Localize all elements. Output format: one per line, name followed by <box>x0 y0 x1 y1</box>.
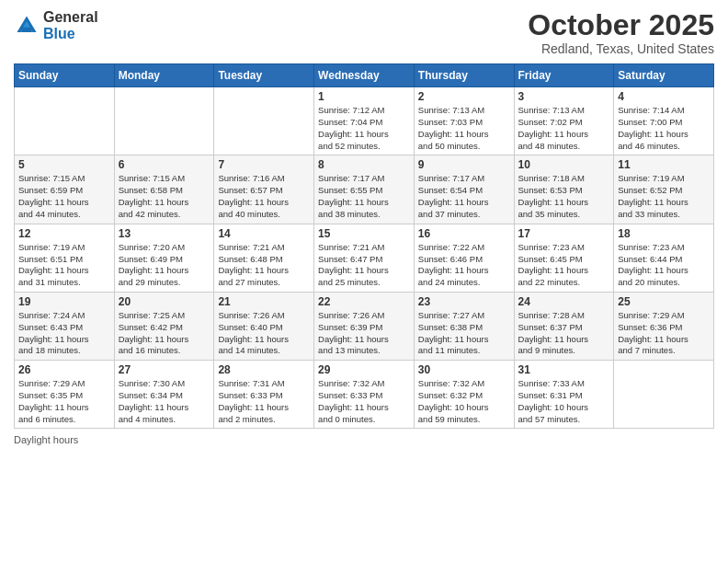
calendar-cell: 3Sunrise: 7:13 AM Sunset: 7:02 PM Daylig… <box>514 87 614 155</box>
day-info: Sunrise: 7:29 AM Sunset: 6:35 PM Dayligh… <box>18 378 110 425</box>
day-info: Sunrise: 7:13 AM Sunset: 7:03 PM Dayligh… <box>418 105 510 152</box>
calendar-cell: 17Sunrise: 7:23 AM Sunset: 6:45 PM Dayli… <box>514 224 614 292</box>
day-info: Sunrise: 7:28 AM Sunset: 6:37 PM Dayligh… <box>518 310 610 357</box>
calendar-cell: 19Sunrise: 7:24 AM Sunset: 6:43 PM Dayli… <box>15 292 115 360</box>
calendar-header-saturday: Saturday <box>614 64 714 87</box>
day-info: Sunrise: 7:25 AM Sunset: 6:42 PM Dayligh… <box>119 310 210 357</box>
day-info: Sunrise: 7:13 AM Sunset: 7:02 PM Dayligh… <box>518 105 610 152</box>
day-number: 16 <box>418 227 510 240</box>
day-info: Sunrise: 7:17 AM Sunset: 6:55 PM Dayligh… <box>318 173 410 220</box>
calendar-cell: 15Sunrise: 7:21 AM Sunset: 6:47 PM Dayli… <box>314 224 415 292</box>
calendar-cell: 5Sunrise: 7:15 AM Sunset: 6:59 PM Daylig… <box>15 155 115 224</box>
calendar-cell: 24Sunrise: 7:28 AM Sunset: 6:37 PM Dayli… <box>514 292 614 360</box>
day-number: 18 <box>618 227 710 240</box>
day-info: Sunrise: 7:18 AM Sunset: 6:53 PM Dayligh… <box>518 173 610 220</box>
calendar-cell: 22Sunrise: 7:26 AM Sunset: 6:39 PM Dayli… <box>314 292 415 360</box>
logo: General Blue <box>14 9 98 41</box>
calendar-table: SundayMondayTuesdayWednesdayThursdayFrid… <box>14 63 714 429</box>
logo-icon <box>14 13 40 39</box>
day-number: 31 <box>518 363 610 376</box>
calendar-header-wednesday: Wednesday <box>314 64 415 87</box>
calendar-cell: 11Sunrise: 7:19 AM Sunset: 6:52 PM Dayli… <box>614 155 714 224</box>
day-info: Sunrise: 7:20 AM Sunset: 6:49 PM Dayligh… <box>119 242 210 289</box>
calendar-cell: 14Sunrise: 7:21 AM Sunset: 6:48 PM Dayli… <box>214 224 314 292</box>
calendar-cell: 6Sunrise: 7:15 AM Sunset: 6:58 PM Daylig… <box>114 155 214 224</box>
day-info: Sunrise: 7:26 AM Sunset: 6:40 PM Dayligh… <box>218 310 310 357</box>
day-info: Sunrise: 7:17 AM Sunset: 6:54 PM Dayligh… <box>418 173 510 220</box>
day-number: 21 <box>218 295 310 308</box>
day-info: Sunrise: 7:16 AM Sunset: 6:57 PM Dayligh… <box>218 173 310 220</box>
day-info: Sunrise: 7:26 AM Sunset: 6:39 PM Dayligh… <box>318 310 410 357</box>
day-number: 5 <box>18 158 110 171</box>
day-info: Sunrise: 7:23 AM Sunset: 6:45 PM Dayligh… <box>518 242 610 289</box>
day-number: 12 <box>18 227 110 240</box>
calendar-cell: 28Sunrise: 7:31 AM Sunset: 6:33 PM Dayli… <box>214 361 314 429</box>
day-number: 25 <box>618 295 710 308</box>
day-info: Sunrise: 7:32 AM Sunset: 6:32 PM Dayligh… <box>418 378 510 425</box>
calendar-cell: 25Sunrise: 7:29 AM Sunset: 6:36 PM Dayli… <box>614 292 714 360</box>
day-info: Sunrise: 7:21 AM Sunset: 6:48 PM Dayligh… <box>218 242 310 289</box>
day-info: Sunrise: 7:19 AM Sunset: 6:52 PM Dayligh… <box>618 173 710 220</box>
day-number: 7 <box>218 158 310 171</box>
calendar-cell: 29Sunrise: 7:32 AM Sunset: 6:33 PM Dayli… <box>314 361 415 429</box>
logo-general-text: General <box>43 9 98 26</box>
day-number: 23 <box>418 295 510 308</box>
calendar-cell: 26Sunrise: 7:29 AM Sunset: 6:35 PM Dayli… <box>15 361 115 429</box>
day-info: Sunrise: 7:19 AM Sunset: 6:51 PM Dayligh… <box>18 242 110 289</box>
calendar-header-tuesday: Tuesday <box>214 64 314 87</box>
calendar-cell: 7Sunrise: 7:16 AM Sunset: 6:57 PM Daylig… <box>214 155 314 224</box>
day-number: 26 <box>18 363 110 376</box>
calendar-cell: 18Sunrise: 7:23 AM Sunset: 6:44 PM Dayli… <box>614 224 714 292</box>
calendar-cell: 12Sunrise: 7:19 AM Sunset: 6:51 PM Dayli… <box>15 224 115 292</box>
day-info: Sunrise: 7:15 AM Sunset: 6:59 PM Dayligh… <box>18 173 110 220</box>
calendar-header-monday: Monday <box>114 64 214 87</box>
calendar-cell: 16Sunrise: 7:22 AM Sunset: 6:46 PM Dayli… <box>414 224 514 292</box>
calendar-cell: 21Sunrise: 7:26 AM Sunset: 6:40 PM Dayli… <box>214 292 314 360</box>
header: General Blue October 2025 Redland, Texas… <box>14 9 714 56</box>
day-number: 4 <box>618 90 710 103</box>
page: General Blue October 2025 Redland, Texas… <box>0 0 728 563</box>
calendar-cell: 10Sunrise: 7:18 AM Sunset: 6:53 PM Dayli… <box>514 155 614 224</box>
calendar-cell: 1Sunrise: 7:12 AM Sunset: 7:04 PM Daylig… <box>314 87 415 155</box>
calendar-cell: 8Sunrise: 7:17 AM Sunset: 6:55 PM Daylig… <box>314 155 415 224</box>
calendar-cell <box>114 87 214 155</box>
calendar-cell: 20Sunrise: 7:25 AM Sunset: 6:42 PM Dayli… <box>114 292 214 360</box>
calendar-header-friday: Friday <box>514 64 614 87</box>
svg-rect-2 <box>22 27 32 31</box>
day-number: 19 <box>18 295 110 308</box>
calendar-cell: 9Sunrise: 7:17 AM Sunset: 6:54 PM Daylig… <box>414 155 514 224</box>
footer: Daylight hours <box>14 434 714 445</box>
calendar-cell: 31Sunrise: 7:33 AM Sunset: 6:31 PM Dayli… <box>514 361 614 429</box>
calendar-header-row: SundayMondayTuesdayWednesdayThursdayFrid… <box>15 64 714 87</box>
day-number: 15 <box>318 227 410 240</box>
day-info: Sunrise: 7:27 AM Sunset: 6:38 PM Dayligh… <box>418 310 510 357</box>
day-info: Sunrise: 7:30 AM Sunset: 6:34 PM Dayligh… <box>119 378 210 425</box>
logo-blue-text: Blue <box>43 26 98 42</box>
day-info: Sunrise: 7:31 AM Sunset: 6:33 PM Dayligh… <box>218 378 310 425</box>
day-info: Sunrise: 7:24 AM Sunset: 6:43 PM Dayligh… <box>18 310 110 357</box>
day-number: 27 <box>119 363 210 376</box>
day-number: 30 <box>418 363 510 376</box>
day-number: 13 <box>119 227 210 240</box>
day-info: Sunrise: 7:22 AM Sunset: 6:46 PM Dayligh… <box>418 242 510 289</box>
calendar-header-thursday: Thursday <box>414 64 514 87</box>
day-info: Sunrise: 7:33 AM Sunset: 6:31 PM Dayligh… <box>518 378 610 425</box>
calendar-cell: 13Sunrise: 7:20 AM Sunset: 6:49 PM Dayli… <box>114 224 214 292</box>
day-info: Sunrise: 7:12 AM Sunset: 7:04 PM Dayligh… <box>318 105 410 152</box>
day-number: 14 <box>218 227 310 240</box>
logo-text: General Blue <box>43 9 98 41</box>
day-number: 22 <box>318 295 410 308</box>
location: Redland, Texas, United States <box>528 41 714 56</box>
calendar-week-row: 19Sunrise: 7:24 AM Sunset: 6:43 PM Dayli… <box>15 292 714 360</box>
day-number: 10 <box>518 158 610 171</box>
calendar-cell: 30Sunrise: 7:32 AM Sunset: 6:32 PM Dayli… <box>414 361 514 429</box>
daylight-label: Daylight hours <box>14 434 78 445</box>
day-number: 8 <box>318 158 410 171</box>
day-info: Sunrise: 7:29 AM Sunset: 6:36 PM Dayligh… <box>618 310 710 357</box>
day-number: 6 <box>119 158 210 171</box>
title-block: October 2025 Redland, Texas, United Stat… <box>528 9 714 56</box>
day-number: 24 <box>518 295 610 308</box>
day-info: Sunrise: 7:32 AM Sunset: 6:33 PM Dayligh… <box>318 378 410 425</box>
calendar-cell <box>214 87 314 155</box>
day-info: Sunrise: 7:14 AM Sunset: 7:00 PM Dayligh… <box>618 105 710 152</box>
